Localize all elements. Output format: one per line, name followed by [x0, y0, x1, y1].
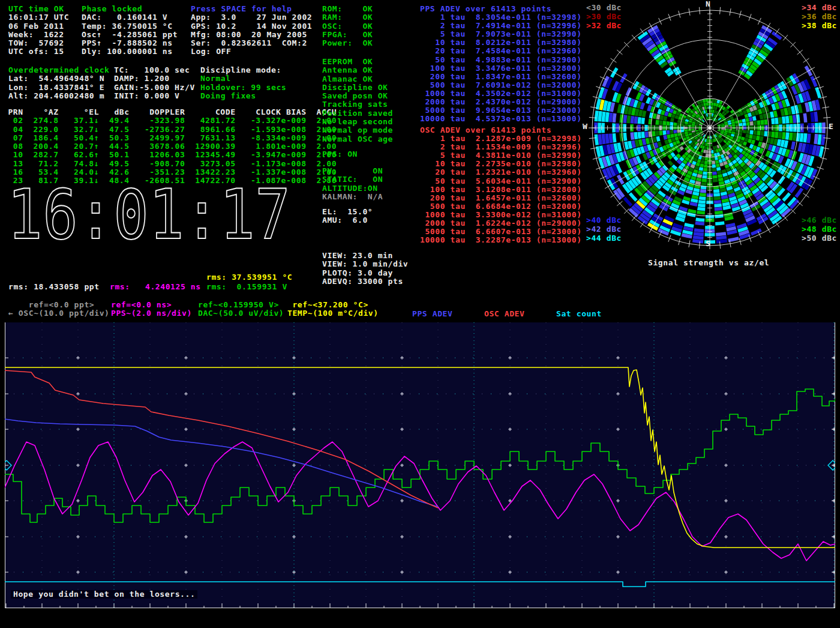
plot-header-temp: ref~<37.200 °C> TEMP~(100 m°C/div) — [287, 301, 379, 318]
help-hint: Press SPACE for help — [191, 4, 292, 13]
plot-header-dac: ref~<0.159950 V> DAC~(50.0 uV/div) — [198, 301, 284, 318]
dbc-legend-entry: >44 dBc — [586, 234, 622, 243]
rms-osc: rms: 18.433058 ppt — [8, 283, 100, 291]
plot-header-pps: ref=<0.0 ns> PPS~(2.0 ns/div) — [111, 301, 192, 318]
eeprom-status-block: EEPROM OK Antenna OK Almanac OK Discipli… — [322, 58, 393, 143]
strip-chart-plot-area[interactable]: Hope you didn't bet on the losers... — [5, 322, 835, 608]
position-body: Lat: 54.4964948° N Lon: 18.4337841° E Al… — [8, 74, 104, 100]
rms-pps: rms: 4.240125 ns — [110, 283, 201, 291]
view-queue-block: VIEW: 23.0 min VIEW: 1.0 min/div PLOTQ: … — [322, 252, 408, 286]
receiver-mode-block: Overdetermined clock Lat: 54.4964948° N … — [8, 66, 110, 100]
receiver-mode: Overdetermined clock — [8, 65, 110, 74]
dbc-legend-entry: >48 dBc — [802, 225, 837, 234]
utc-status: UTC time OK — [8, 4, 64, 13]
dbc-legend-entry: <30 dBc — [586, 4, 622, 12]
rms-temp: rms: 37.539951 °C — [206, 273, 292, 282]
fix-modes-block: PV: ON STATIC: ON ALTITUDE:ON — [322, 167, 383, 193]
phase-body: DAC: 0.160141 V Temp: 36.750015 °C Osc↑ … — [82, 13, 178, 56]
help-block: Press SPACE for help App: 3.0 27 Jun 200… — [191, 5, 312, 56]
kalman-state: KALMAN: N/A — [322, 193, 383, 201]
status-message: Hope you didn't bet on the losers... — [11, 590, 197, 599]
satellite-table: PRN °AZ °EL dBc DOPPLER CODE CLOCK BIAS … — [3, 108, 337, 186]
pps-adev-table: PPS ADEV over 61413 points 1 tau 8.3054e… — [420, 5, 582, 123]
discipline-body: Normal Holdover: 99 secs Doing fixes — [200, 74, 286, 100]
dbc-legend-entry: >50 dBc — [802, 234, 837, 243]
big-clock: 16:01:17 — [6, 180, 295, 249]
compass-north-label: N — [706, 0, 710, 8]
dbc-legend-entry: >46 dBc — [802, 216, 837, 225]
satellite-table-rows: 02 274.8 37.1↓ 49.4 -323.98 4281.72 -3.3… — [3, 116, 337, 185]
pps-state: PPS: ON — [322, 150, 358, 159]
version-body: App: 3.0 27 Jun 2002 GPS: 10.2 14 Nov 20… — [191, 13, 312, 56]
compass-east-label: E — [829, 122, 833, 131]
phase-status: Phase locked — [82, 4, 142, 13]
big-clock-display: 16:01:17 — [7, 180, 290, 249]
utc-body: 16:01:17 UTC 06 Feb 2011 Week: 1622 TOW:… — [8, 13, 69, 56]
plot-header-sat-count: Sat count — [556, 310, 602, 318]
compass-west-label: W — [583, 122, 587, 131]
loop-params-block: TC: 100.0 sec DAMP: 1.200 GAIN:-5.000 Hz… — [114, 66, 195, 100]
dbc-legend-entry: >32 dBc — [586, 22, 622, 30]
plot-header-osc: ref=<0.0 ppt> ← OSC~(10.0 ppt/div) — [8, 301, 110, 318]
elevation-mask-block: EL: 15.0° AMU: 6.0 — [322, 208, 373, 225]
discipline-label: Discipline mode: — [200, 65, 281, 74]
dbc-legend-entry: >34 dBc — [802, 4, 837, 12]
dbc-legend-entry: >42 dBc — [586, 225, 622, 234]
big-clock-svg: 16:01:17 — [6, 180, 295, 249]
osc-adev-table: OSC ADEV over 61413 points 1 tau 2.1287e… — [420, 126, 582, 244]
dbc-legend-entry: >40 dBc — [586, 216, 622, 225]
dbc-legend-entry: >38 dBc — [802, 22, 837, 30]
utc-time-block: UTC time OK 16:01:17 UTC 06 Feb 2011 Wee… — [8, 5, 69, 56]
dbc-legend-entry: >30 dBc — [586, 13, 622, 21]
dbc-legend-entry: >36 dBc — [802, 13, 837, 21]
compass-south-label: S — [706, 240, 710, 248]
plot-header-pps-adev: PPS ADEV — [412, 310, 452, 318]
lady-heather-screen: UTC time OK 16:01:17 UTC 06 Feb 2011 Wee… — [0, 0, 840, 628]
satellite-table-header: PRN °AZ °EL dBc DOPPLER CODE CLOCK BIAS … — [3, 107, 337, 116]
discipline-block: Discipline mode: Normal Holdover: 99 sec… — [200, 66, 286, 100]
hardware-status-block: ROM: OK RAM: OK OSC: OK FPGA: OK Power: … — [322, 5, 373, 47]
strip-chart-svg — [5, 322, 835, 608]
polar-caption: Signal strength vs az/el — [648, 259, 769, 267]
phase-block: Phase locked DAC: 0.160141 V Temp: 36.75… — [82, 5, 178, 56]
rms-dac: rms: 0.159931 V — [206, 283, 287, 291]
plot-header-osc-adev: OSC ADEV — [484, 310, 524, 318]
